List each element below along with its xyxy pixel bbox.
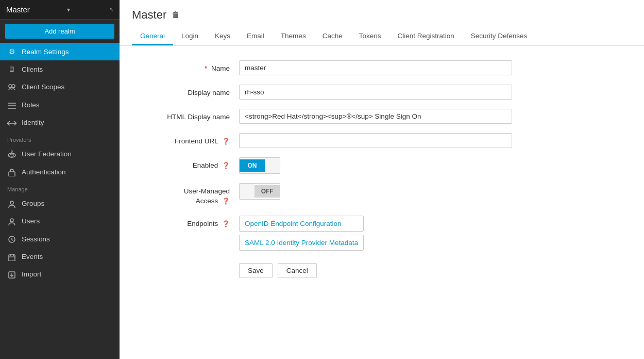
sessions-icon bbox=[7, 235, 16, 243]
add-realm-button[interactable]: Add realm bbox=[5, 24, 114, 39]
endpoint1-link[interactable]: OpenID Endpoint Configuration bbox=[239, 216, 364, 232]
svg-point-0 bbox=[9, 85, 12, 88]
sidebar-item-import[interactable]: Import bbox=[0, 266, 120, 283]
sidebar-item-label: Identity bbox=[22, 119, 44, 126]
users-icon bbox=[7, 217, 16, 225]
providers-section-label: Providers bbox=[0, 132, 120, 145]
delete-realm-icon[interactable]: 🗑 bbox=[172, 10, 180, 20]
endpoints-label: Endpoints ❓ bbox=[136, 216, 239, 229]
svg-point-9 bbox=[11, 151, 13, 152]
svg-rect-10 bbox=[9, 172, 15, 176]
svg-point-7 bbox=[10, 154, 14, 156]
html-display-name-input[interactable] bbox=[239, 109, 512, 124]
display-name-input[interactable] bbox=[239, 85, 512, 100]
tab-cache[interactable]: Cache bbox=[314, 28, 351, 45]
enabled-row: Enabled ❓ ON bbox=[136, 157, 600, 174]
user-managed-toggle-switch[interactable]: OFF bbox=[239, 183, 280, 200]
groups-icon bbox=[7, 199, 16, 207]
clients-icon: 🖥 bbox=[7, 65, 16, 73]
user-managed-help-icon: ❓ bbox=[222, 198, 230, 205]
events-icon bbox=[7, 252, 16, 260]
sidebar-item-roles[interactable]: Roles bbox=[0, 96, 120, 113]
page-title: Master bbox=[132, 8, 166, 22]
tab-email[interactable]: Email bbox=[239, 28, 273, 45]
main-content: Master 🗑 General Login Keys Email Themes… bbox=[120, 0, 644, 359]
endpoints-container: OpenID Endpoint Configuration SAML 2.0 I… bbox=[239, 216, 364, 254]
realm-dropdown-icon: ▾ bbox=[67, 6, 70, 13]
sidebar-item-sessions[interactable]: Sessions bbox=[0, 230, 120, 248]
user-managed-toggle[interactable]: OFF bbox=[239, 183, 280, 200]
enabled-help-icon: ❓ bbox=[222, 162, 230, 169]
client-scopes-icon bbox=[7, 83, 16, 91]
display-name-row: Display name bbox=[136, 85, 600, 100]
tab-keys[interactable]: Keys bbox=[207, 28, 239, 45]
enabled-toggle[interactable]: ON bbox=[239, 157, 280, 174]
required-asterisk: * bbox=[205, 64, 207, 72]
enabled-toggle-switch[interactable]: ON bbox=[239, 157, 280, 174]
form-buttons: Save Cancel bbox=[239, 263, 628, 278]
svg-point-1 bbox=[12, 85, 15, 88]
sidebar-item-identity[interactable]: Identity bbox=[0, 114, 120, 132]
sidebar-item-label: Clients bbox=[22, 66, 43, 73]
name-input[interactable] bbox=[239, 60, 512, 75]
enabled-label: Enabled ❓ bbox=[136, 157, 239, 171]
sidebar-item-users[interactable]: Users bbox=[0, 213, 120, 230]
toggle-off-side bbox=[265, 158, 280, 173]
sidebar-item-label: Roles bbox=[22, 101, 40, 109]
frontend-url-input[interactable] bbox=[239, 133, 512, 148]
sidebar-item-realm-settings[interactable]: ⚙ Realm Settings bbox=[0, 43, 120, 60]
user-managed-row: User-Managed Access ❓ OFF bbox=[136, 183, 600, 206]
tabs-bar: General Login Keys Email Themes Cache To… bbox=[132, 28, 632, 45]
toggle-on-label[interactable]: ON bbox=[240, 159, 265, 172]
tab-general[interactable]: General bbox=[132, 28, 173, 45]
sidebar-item-label: Import bbox=[22, 270, 41, 278]
frontend-url-label: Frontend URL ❓ bbox=[136, 133, 239, 146]
sidebar-item-label: Client Scopes bbox=[22, 83, 64, 91]
cancel-button[interactable]: Cancel bbox=[278, 263, 317, 278]
html-display-name-label: HTML Display name bbox=[136, 109, 239, 122]
endpoints-row: Endpoints ❓ OpenID Endpoint Configuratio… bbox=[136, 216, 600, 254]
tab-security-defenses[interactable]: Security Defenses bbox=[463, 28, 536, 45]
sidebar: Master ▾ ↖ Add realm ⚙ Realm Settings 🖥 … bbox=[0, 0, 120, 359]
svg-point-6 bbox=[8, 153, 15, 157]
svg-rect-14 bbox=[9, 255, 15, 261]
realm-title: Master bbox=[6, 5, 30, 14]
sidebar-item-events[interactable]: Events bbox=[0, 248, 120, 265]
roles-icon bbox=[7, 101, 16, 109]
tab-tokens[interactable]: Tokens bbox=[351, 28, 389, 45]
main-header: Master 🗑 General Login Keys Email Themes… bbox=[120, 0, 644, 46]
name-row: * Name bbox=[136, 60, 600, 75]
user-federation-icon bbox=[7, 150, 16, 158]
import-icon bbox=[7, 270, 16, 279]
tab-login[interactable]: Login bbox=[173, 28, 207, 45]
sidebar-item-client-scopes[interactable]: Client Scopes bbox=[0, 78, 120, 96]
endpoints-help-icon: ❓ bbox=[222, 220, 230, 227]
sidebar-header[interactable]: Master ▾ ↖ bbox=[0, 0, 120, 20]
identity-icon bbox=[7, 119, 16, 127]
toggle-on-side bbox=[240, 184, 255, 199]
svg-point-11 bbox=[10, 201, 13, 204]
toggle-off-label[interactable]: OFF bbox=[255, 185, 280, 198]
frontend-url-row: Frontend URL ❓ bbox=[136, 133, 600, 148]
name-label: * Name bbox=[136, 60, 239, 74]
authentication-icon bbox=[7, 168, 16, 176]
sidebar-item-clients[interactable]: 🖥 Clients bbox=[0, 60, 120, 78]
html-display-name-row: HTML Display name bbox=[136, 109, 600, 124]
user-managed-label: User-Managed Access ❓ bbox=[136, 183, 239, 206]
sidebar-item-label: Events bbox=[22, 253, 43, 260]
realm-settings-icon: ⚙ bbox=[7, 47, 16, 56]
sidebar-item-label: Authentication bbox=[22, 168, 66, 176]
sidebar-item-user-federation[interactable]: User Federation bbox=[0, 145, 120, 163]
manage-section-label: Manage bbox=[0, 181, 120, 194]
sidebar-item-authentication[interactable]: Authentication bbox=[0, 163, 120, 181]
tab-themes[interactable]: Themes bbox=[273, 28, 314, 45]
endpoint2-link[interactable]: SAML 2.0 Identity Provider Metadata bbox=[239, 235, 364, 251]
display-name-label: Display name bbox=[136, 85, 239, 98]
tab-client-registration[interactable]: Client Registration bbox=[389, 28, 462, 45]
sidebar-item-label: Sessions bbox=[22, 235, 50, 243]
sidebar-item-groups[interactable]: Groups bbox=[0, 194, 120, 212]
save-button[interactable]: Save bbox=[239, 263, 273, 278]
svg-point-12 bbox=[10, 219, 13, 222]
sidebar-item-label: Realm Settings bbox=[22, 48, 69, 56]
sidebar-item-label: Groups bbox=[22, 200, 44, 207]
